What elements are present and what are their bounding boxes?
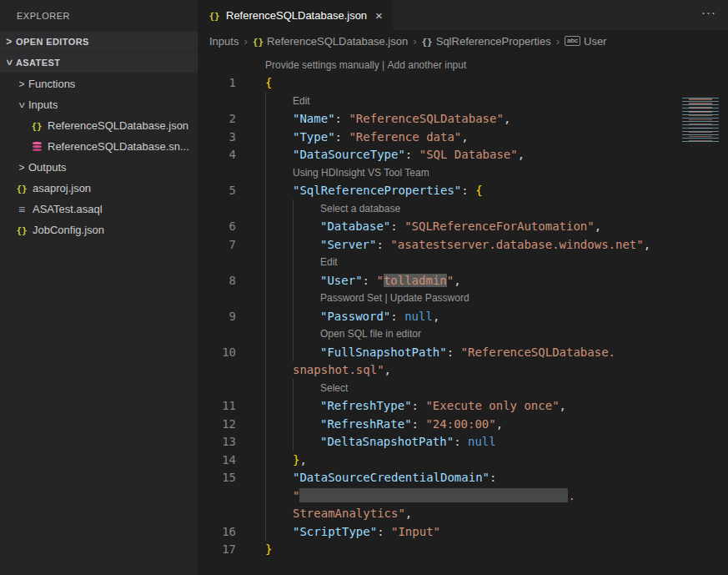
codelens-action[interactable]: Select <box>320 382 348 394</box>
codelens-action[interactable]: Open SQL file in editor <box>320 328 421 340</box>
code-line[interactable]: ". <box>265 487 575 505</box>
tree-item-jobconfig-json[interactable]: JobConfig.json <box>0 219 198 240</box>
tree-item-inputs[interactable]: Inputs <box>0 94 198 115</box>
code-line[interactable]: "DataSourceCredentialDomain": <box>265 469 496 487</box>
indent-guide <box>265 271 293 290</box>
code-token: "ReferenceSQLDatabase. <box>461 346 615 359</box>
breadcrumb: Inputs›ReferenceSQLDatabase.json›SqlRefe… <box>198 30 728 52</box>
minimap[interactable] <box>680 98 725 143</box>
tree-item-label: JobConfig.json <box>33 224 104 236</box>
code-line[interactable]: "DataSourceType": "SQL Database", <box>265 146 525 164</box>
code-line[interactable]: }, <box>265 451 307 469</box>
breadcrumb-item-referencesqldatabase-json[interactable]: ReferenceSQLDatabase.json <box>253 35 408 48</box>
codelens-action[interactable]: Add another input <box>388 59 467 71</box>
indent-guide <box>293 254 320 272</box>
code-token: , <box>595 219 601 233</box>
breadcrumb-item-inputs[interactable]: Inputs <box>209 35 238 48</box>
section-open-editors[interactable]: OPEN EDITORS <box>0 32 198 52</box>
code-line-row: 11"RefreshType": "Execute only once", <box>198 397 728 416</box>
tab-referencesqldatabase-json[interactable]: ReferenceSQLDatabase.json × <box>198 0 393 30</box>
file-tree: FunctionsInputsReferenceSQLDatabase.json… <box>0 73 198 240</box>
tree-item-asaproj-json[interactable]: asaproj.json <box>0 178 198 199</box>
json-symbol-icon <box>253 35 264 48</box>
code-line[interactable]: } <box>265 542 272 556</box>
indent-guide <box>293 325 320 344</box>
code-token: null <box>468 435 496 448</box>
breadcrumb-item-user[interactable]: User <box>565 35 606 48</box>
code-line[interactable]: "SqlReferenceProperties": { <box>265 182 483 200</box>
codelens-row: Password Set | Update Password <box>198 290 728 308</box>
tree-item-referencesqldatabase-json[interactable]: ReferenceSQLDatabase.json <box>0 115 198 136</box>
code-line[interactable]: "Type": "Reference data", <box>265 128 469 146</box>
line-number: 17 <box>198 542 236 556</box>
breadcrumb-item-sqlreferenceproperties[interactable]: SqlReferenceProperties <box>421 35 550 48</box>
code-line[interactable]: "RefreshRate": "24:00:00", <box>265 415 503 433</box>
code-token: : <box>376 238 390 251</box>
codelens-text: | <box>382 292 390 304</box>
code-line[interactable]: StreamAnalytics", <box>265 505 412 523</box>
codelens-action[interactable]: Edit <box>293 95 310 107</box>
json-file-icon <box>30 119 43 132</box>
code-line[interactable]: "DeltaSnapshotPath": null <box>265 433 496 451</box>
tab-label: ReferenceSQLDatabase.json <box>226 9 367 22</box>
close-icon[interactable]: × <box>375 8 383 23</box>
indent-guide <box>265 343 293 361</box>
code-line[interactable]: "Name": "ReferenceSQLDatabase", <box>265 110 510 129</box>
code-line-row: 9"Password": null, <box>198 307 728 325</box>
code-token: "asatestserver.database.windows.net" <box>390 238 643 251</box>
indent-guide <box>265 146 293 164</box>
tree-item-label: Inputs <box>28 98 58 111</box>
database-file-icon <box>33 142 42 145</box>
code-line[interactable]: "User": "tolladmin", <box>265 271 461 290</box>
code-token: , <box>644 238 650 251</box>
code-token: : <box>454 435 468 448</box>
code-token: " <box>293 489 299 502</box>
section-asatest[interactable]: ASATEST <box>0 53 198 73</box>
code-line[interactable]: snapshot.sql", <box>265 361 391 380</box>
code-line-row: 10"FullSnapshotPath": "ReferenceSQLDatab… <box>198 343 728 361</box>
code-line[interactable]: "FullSnapshotPath": "ReferenceSQLDatabas… <box>265 343 615 361</box>
code-line-row: 5"SqlReferenceProperties": { <box>198 182 728 200</box>
code-line[interactable]: { <box>265 76 272 89</box>
codelens-action[interactable]: Update Password <box>390 292 469 304</box>
codelens-action[interactable]: Provide settings manually <box>265 59 379 71</box>
breadcrumb-label: Inputs <box>209 35 238 48</box>
code-line-row: 14}, <box>198 451 728 469</box>
breadcrumb-separator-icon: › <box>556 35 560 48</box>
code-area[interactable]: Provide settings manually | Add another … <box>198 52 728 558</box>
breadcrumb-separator-icon: › <box>413 35 416 48</box>
code-token: tolladmin <box>384 274 447 287</box>
indent-guide <box>293 433 320 451</box>
chevron-down-icon <box>3 57 16 68</box>
code-token: , <box>518 148 525 161</box>
tree-item-functions[interactable]: Functions <box>0 73 198 94</box>
code-line[interactable]: "Server": "asatestserver.database.window… <box>265 235 650 254</box>
code-token: } <box>265 542 272 556</box>
code-token: "SQLReferenceForAutomation" <box>404 219 595 233</box>
tree-item-outputs[interactable]: Outputs <box>0 157 198 178</box>
code-line[interactable]: "Database": "SQLReferenceForAutomation", <box>265 218 601 236</box>
indent-guide <box>265 235 293 254</box>
indent-guide <box>265 307 293 325</box>
indent-guide <box>265 451 293 469</box>
code-line[interactable]: "RefreshType": "Execute only once", <box>265 397 566 416</box>
tree-item-asatest-asaql[interactable]: ASATest.asaql <box>0 199 198 219</box>
tree-item-referencesqldatabase-sn[interactable]: ReferenceSQLDatabase.sn... <box>0 136 198 157</box>
code-line-row: 3"Type": "Reference data", <box>198 128 728 146</box>
codelens: Password Set | Update Password <box>265 290 469 308</box>
code-line[interactable]: "ScriptType": "Input" <box>265 522 440 541</box>
codelens-text: Using HDInsight VS Tool Team <box>293 167 429 179</box>
line-number: 2 <box>198 112 236 125</box>
code-line-row: 7"Server": "asatestserver.database.windo… <box>198 235 728 254</box>
line-number: 15 <box>198 471 236 484</box>
code-token: "Input" <box>391 525 440 538</box>
more-actions-icon[interactable]: ··· <box>701 5 716 19</box>
codelens-row: Select a database <box>198 199 728 218</box>
codelens-action[interactable]: Edit <box>320 256 338 268</box>
redacted-value <box>299 488 568 502</box>
code-token: { <box>475 184 482 197</box>
code-line[interactable]: "Password": null, <box>265 307 439 325</box>
codelens-action[interactable]: Select a database <box>320 203 400 214</box>
indent-guide <box>293 290 320 308</box>
code-token: , <box>299 453 306 467</box>
